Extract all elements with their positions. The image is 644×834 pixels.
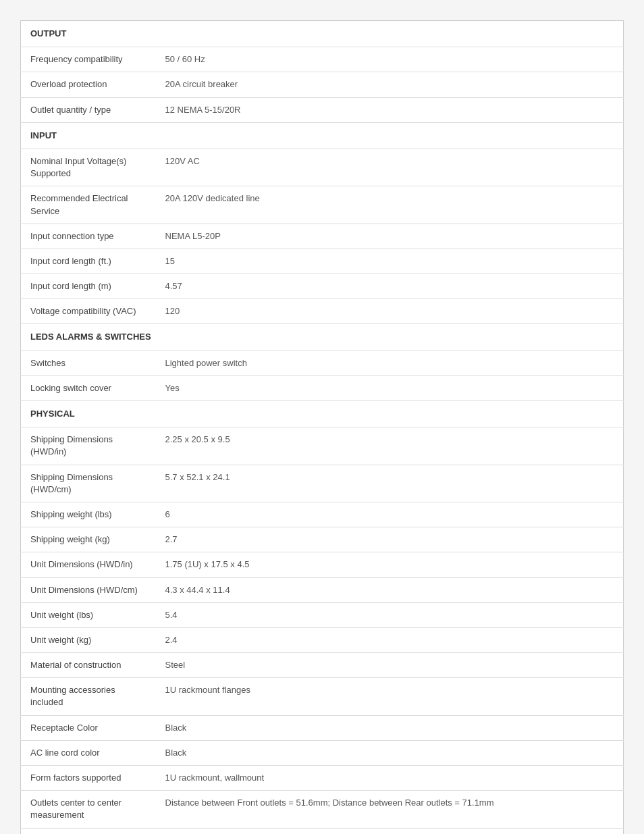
row-label: Form factors supported [21, 766, 156, 791]
table-row: Shipping weight (kg)2.7 [21, 527, 624, 552]
table-row: SwitchesLighted power switch [21, 350, 624, 375]
table-row: Voltage compatibility (VAC)120 [21, 299, 624, 324]
table-row: AC line cord colorBlack [21, 740, 624, 765]
row-value: 15 [156, 249, 624, 273]
table-row: Mounting accessories included1U rackmoun… [21, 678, 624, 715]
row-label: Locking switch cover [21, 375, 156, 400]
row-value: 6 [156, 502, 624, 527]
table-row: Input cord length (ft.)15 [21, 249, 624, 273]
row-value: 120 [156, 299, 624, 324]
row-value: 12 NEMA 5-15/20R [156, 97, 624, 122]
section-header-label: OUTPUT [21, 21, 624, 47]
table-row: Nominal Input Voltage(s) Supported120V A… [21, 149, 624, 186]
row-label: Outlets center to center measurement [21, 791, 156, 828]
row-label: Frequency compatibility [21, 47, 156, 72]
row-label: Input cord length (ft.) [21, 249, 156, 273]
row-label: AC line cord color [21, 740, 156, 765]
row-label: Outlet quantity / type [21, 97, 156, 122]
row-value: 4.57 [156, 274, 624, 299]
table-row: Locking switch coverYes [21, 375, 624, 400]
row-value: Yes [156, 375, 624, 400]
row-label: Nominal Input Voltage(s) Supported [21, 149, 156, 186]
row-label: Material of construction [21, 653, 156, 678]
row-value: 20A circuit breaker [156, 72, 624, 97]
row-value: Steel [156, 653, 624, 678]
spec-table: OUTPUTFrequency compatibility50 / 60 HzO… [20, 20, 624, 834]
row-value: 5.4 [156, 602, 624, 627]
section-header-label: LEDS ALARMS & SWITCHES [21, 324, 624, 350]
table-row: Recommended Electrical Service20A 120V d… [21, 186, 624, 224]
table-row: Frequency compatibility50 / 60 Hz [21, 47, 624, 72]
row-value: 2.4 [156, 627, 624, 652]
row-value: 1U rackmount flanges [156, 678, 624, 715]
row-label: Mounting accessories included [21, 678, 156, 715]
section-header-row: LEDS ALARMS & SWITCHES [21, 324, 624, 350]
row-value: Distance between Front outlets = 51.6mm;… [156, 791, 624, 828]
row-label: Input connection type [21, 224, 156, 249]
table-row: Input connection typeNEMA L5-20P [21, 224, 624, 249]
row-label: Recommended Electrical Service [21, 186, 156, 224]
row-label: Unit weight (lbs) [21, 602, 156, 627]
table-row: Unit Dimensions (HWD/cm)4.3 x 44.4 x 11.… [21, 577, 624, 602]
table-row: Material of constructionSteel [21, 653, 624, 678]
row-value: 5.7 x 52.1 x 24.1 [156, 465, 624, 502]
table-row: Unit weight (kg)2.4 [21, 627, 624, 652]
table-row: Receptacle ColorBlack [21, 715, 624, 740]
table-row: Outlets center to center measurementDist… [21, 791, 624, 828]
section-header-label: CERTIFICATIONS [21, 828, 624, 834]
row-label: Shipping Dimensions (HWD/in) [21, 427, 156, 465]
row-value: 1.75 (1U) x 17.5 x 4.5 [156, 552, 624, 577]
section-header-label: INPUT [21, 122, 624, 149]
section-header-row: OUTPUT [21, 21, 624, 47]
section-header-label: PHYSICAL [21, 401, 624, 427]
row-label: Shipping weight (lbs) [21, 502, 156, 527]
row-value: 20A 120V dedicated line [156, 186, 624, 224]
row-label: Overload protection [21, 72, 156, 97]
table-row: Outlet quantity / type12 NEMA 5-15/20R [21, 97, 624, 122]
row-value: 120V AC [156, 149, 624, 186]
table-row: Input cord length (m)4.57 [21, 274, 624, 299]
table-row: Unit weight (lbs)5.4 [21, 602, 624, 627]
row-value: Black [156, 740, 624, 765]
table-row: Shipping Dimensions (HWD/cm)5.7 x 52.1 x… [21, 465, 624, 502]
row-value: 4.3 x 44.4 x 11.4 [156, 577, 624, 602]
row-label: Voltage compatibility (VAC) [21, 299, 156, 324]
row-value: Lighted power switch [156, 350, 624, 375]
row-label: Unit weight (kg) [21, 627, 156, 652]
row-value: 1U rackmount, wallmount [156, 766, 624, 791]
table-row: Form factors supported1U rackmount, wall… [21, 766, 624, 791]
table-row: Unit Dimensions (HWD/in)1.75 (1U) x 17.5… [21, 552, 624, 577]
row-value: 50 / 60 Hz [156, 47, 624, 72]
row-label: Input cord length (m) [21, 274, 156, 299]
row-value: 2.25 x 20.5 x 9.5 [156, 427, 624, 465]
section-header-row: INPUT [21, 122, 624, 149]
row-label: Unit Dimensions (HWD/in) [21, 552, 156, 577]
row-value: Black [156, 715, 624, 740]
table-row: Overload protection20A circuit breaker [21, 72, 624, 97]
row-label: Unit Dimensions (HWD/cm) [21, 577, 156, 602]
table-row: Shipping weight (lbs)6 [21, 502, 624, 527]
table-row: Shipping Dimensions (HWD/in)2.25 x 20.5 … [21, 427, 624, 465]
row-value: NEMA L5-20P [156, 224, 624, 249]
row-label: Receptacle Color [21, 715, 156, 740]
row-value: 2.7 [156, 527, 624, 552]
row-label: Shipping Dimensions (HWD/cm) [21, 465, 156, 502]
row-label: Shipping weight (kg) [21, 527, 156, 552]
row-label: Switches [21, 350, 156, 375]
section-header-row: CERTIFICATIONS [21, 828, 624, 834]
section-header-row: PHYSICAL [21, 401, 624, 427]
